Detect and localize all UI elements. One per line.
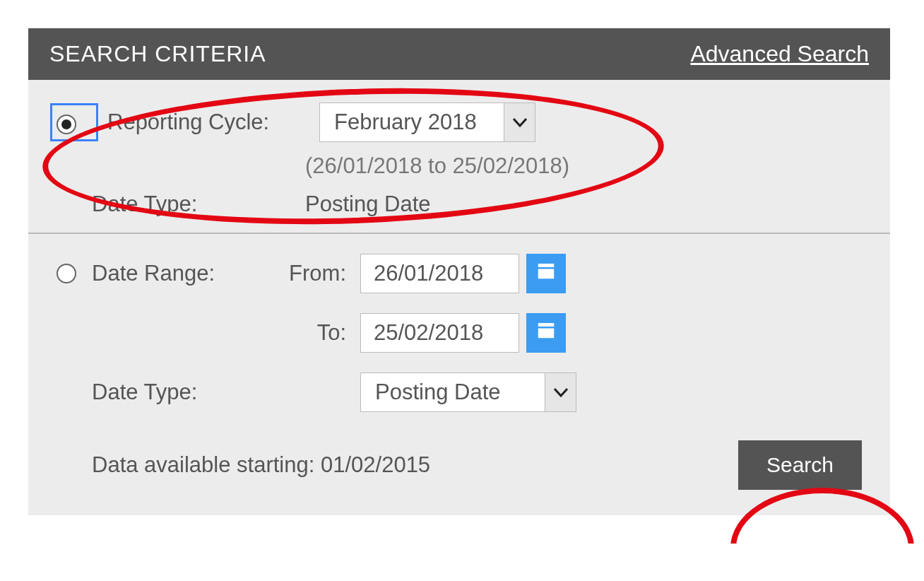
search-criteria-panel: SEARCH CRITERIA Advanced Search Reportin…: [28, 28, 890, 515]
from-calendar-button[interactable]: [526, 254, 566, 293]
chevron-down-icon[interactable]: [504, 103, 535, 141]
to-calendar-button[interactable]: [526, 313, 566, 353]
reporting-cycle-label: Reporting Cycle:: [107, 110, 319, 135]
separator: [28, 233, 890, 234]
panel-body: Reporting Cycle: February 2018 (26/01/20…: [28, 80, 890, 515]
date-type-select-value: Posting Date: [361, 380, 545, 405]
panel-title: SEARCH CRITERIA: [49, 41, 266, 67]
reporting-cycle-radio[interactable]: [57, 115, 76, 134]
date-type-label: Date Type:: [92, 192, 304, 217]
calendar-icon: [535, 260, 557, 287]
reporting-cycle-range-hint: (26/01/2018 to 25/02/2018): [57, 153, 862, 179]
radio-focus-outline: [50, 103, 98, 141]
from-label: From:: [268, 261, 360, 286]
to-date-input[interactable]: 25/02/2018: [360, 313, 519, 353]
date-range-from-row: Date Range: From: 26/01/2018: [57, 254, 862, 293]
from-date-value: 26/01/2018: [374, 261, 483, 286]
to-label: To:: [268, 320, 360, 346]
reporting-cycle-select[interactable]: February 2018: [319, 102, 535, 142]
reporting-cycle-value: February 2018: [320, 110, 504, 135]
from-date-input[interactable]: 26/01/2018: [360, 254, 519, 293]
date-type-select-row: Date Type: Posting Date: [57, 372, 862, 412]
calendar-icon: [535, 319, 557, 346]
date-type-label-2: Date Type:: [92, 380, 268, 405]
data-available-text: Data available starting: 01/02/2015: [92, 452, 430, 478]
reporting-cycle-datetype-row: Date Type: Posting Date: [57, 192, 862, 217]
date-type-value: Posting Date: [305, 192, 431, 217]
date-range-to-row: To: 25/02/2018: [57, 313, 862, 353]
date-range-radio[interactable]: [57, 264, 76, 283]
footer-row: Data available starting: 01/02/2015 Sear…: [57, 440, 862, 490]
date-range-label: Date Range:: [92, 261, 268, 286]
to-date-value: 25/02/2018: [374, 320, 483, 346]
chevron-down-icon[interactable]: [545, 373, 576, 411]
advanced-search-link[interactable]: Advanced Search: [690, 41, 869, 67]
reporting-cycle-row: Reporting Cycle: February 2018: [57, 102, 862, 142]
search-button[interactable]: Search: [738, 440, 862, 490]
date-type-select[interactable]: Posting Date: [360, 372, 576, 412]
panel-header: SEARCH CRITERIA Advanced Search: [28, 28, 890, 80]
